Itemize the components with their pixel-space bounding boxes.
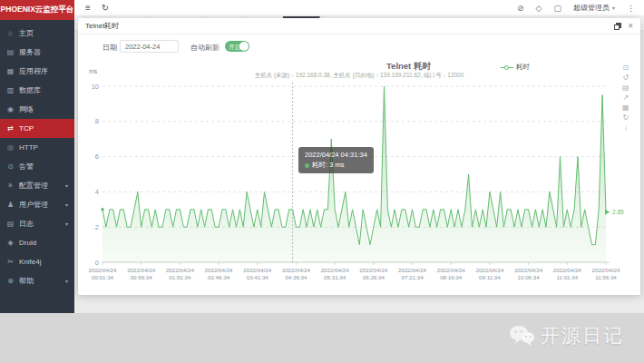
- sidebar-item-label: HTTP: [19, 143, 38, 152]
- sidebar-item-label: 帮助: [19, 276, 34, 286]
- chevron-down-icon: ▾: [65, 278, 68, 284]
- knife4j-icon: ✂: [6, 258, 15, 266]
- refresh-icon[interactable]: ↻: [102, 3, 109, 13]
- sidebar-item-label: 用户管理: [19, 200, 48, 210]
- sidebar-item-label: 主页: [19, 28, 34, 38]
- sidebar-item-network[interactable]: ◉网络: [0, 100, 74, 119]
- chart-toolbox: ⊡↺▤↗▦↻↓: [622, 64, 629, 132]
- sidebar-item-label: 告警: [19, 162, 34, 172]
- chevron-down-icon: ▾: [65, 201, 68, 208]
- svg-text:2022/04/2408:16:34: 2022/04/2408:16:34: [437, 267, 466, 280]
- line-chart-icon[interactable]: ↗: [622, 93, 629, 102]
- screen: PHOENIX云监控平台 ⌂主页▤服务器▦应用程序▥数据库◉网络⇄TCP◎HTT…: [0, 0, 644, 363]
- telnet-chart: ms Telnet 耗时 耗时 主机名 (来源)：192.168.0.38, 主…: [78, 60, 640, 292]
- svg-text:6: 6: [95, 152, 99, 161]
- chevron-down-icon: ▾: [65, 221, 68, 227]
- log-icon: ▤: [6, 220, 15, 228]
- date-label: 日期: [102, 43, 117, 53]
- close-icon[interactable]: ×: [628, 23, 633, 30]
- watermark-text: 开源日记: [541, 323, 624, 348]
- sidebar-item-alarm[interactable]: ⊙告警: [0, 157, 74, 176]
- svg-text:2.85: 2.85: [612, 209, 624, 215]
- sidebar-item-tcp[interactable]: ⇄TCP: [0, 119, 74, 138]
- sidebar-item-server[interactable]: ▤服务器: [0, 43, 74, 62]
- sidebar-menu: ⌂主页▤服务器▦应用程序▥数据库◉网络⇄TCP◎HTTP⊙告警✳配置管理▾♟用户…: [0, 20, 74, 290]
- application-icon: ▦: [6, 67, 15, 75]
- tcp-icon: ⇄: [6, 124, 15, 132]
- config-icon: ✳: [6, 182, 15, 190]
- svg-text:10: 10: [92, 83, 99, 91]
- auto-refresh-toggle[interactable]: 开启: [225, 41, 249, 52]
- zoom-box-icon[interactable]: ⊡: [622, 64, 629, 72]
- telnet-panel: Telnet耗时 × 日期 自动刷新 开启 ms Telnet 耗时: [78, 18, 640, 295]
- http-icon: ◎: [6, 143, 15, 152]
- data-view-icon[interactable]: ▤: [622, 83, 629, 92]
- network-icon: ◉: [6, 105, 15, 113]
- sidebar-item-label: 数据库: [19, 85, 41, 95]
- sidebar-item-label: 日志: [19, 219, 34, 229]
- sidebar-item-label: 网络: [19, 104, 34, 114]
- clear-cache-icon[interactable]: ⊘: [517, 4, 524, 13]
- restore-window-icon[interactable]: [614, 23, 621, 30]
- database-icon: ▥: [6, 86, 15, 94]
- svg-text:2022/04/2404:36:34: 2022/04/2404:36:34: [282, 267, 311, 280]
- more-vertical-icon[interactable]: ⋮: [627, 4, 635, 13]
- svg-text:2022/04/2402:46:34: 2022/04/2402:46:34: [205, 267, 234, 280]
- chart-tooltip: 2022/04/24 04:31:34 耗时: 3 ms: [298, 147, 374, 173]
- chevron-down-icon: ▾: [612, 5, 615, 11]
- filter-row: 日期 自动刷新 开启: [78, 34, 640, 60]
- top-header: ≡ ↻ ⊘ ◇ ▢ 超级管理员 ▾ ⋮: [74, 0, 644, 16]
- home-icon: ⌂: [6, 29, 15, 37]
- alarm-icon: ⊙: [6, 162, 15, 171]
- menu-toggle-icon[interactable]: ≡: [85, 3, 91, 13]
- svg-text:2022/04/2401:51:34: 2022/04/2401:51:34: [166, 267, 195, 280]
- sidebar-item-application[interactable]: ▦应用程序: [0, 62, 74, 81]
- svg-text:2022/04/2410:06:34: 2022/04/2410:06:34: [514, 267, 543, 280]
- chevron-down-icon: ▾: [65, 182, 68, 189]
- sidebar-item-label: TCP: [19, 124, 34, 132]
- bar-chart-icon[interactable]: ▦: [622, 103, 629, 112]
- panel-title: Telnet耗时: [85, 21, 119, 31]
- svg-text:0: 0: [95, 259, 99, 267]
- user-dropdown[interactable]: 超级管理员 ▾: [573, 3, 615, 13]
- server-icon: ▤: [6, 48, 15, 56]
- tag-icon[interactable]: ◇: [536, 4, 542, 13]
- sidebar-item-label: Knife4j: [19, 258, 41, 266]
- save-image-icon[interactable]: ↓: [622, 123, 629, 132]
- svg-text:2022/04/2407:21:34: 2022/04/2407:21:34: [398, 267, 427, 280]
- sidebar-item-http[interactable]: ◎HTTP: [0, 138, 74, 157]
- user-mgmt-icon: ♟: [6, 201, 15, 209]
- sidebar-item-knife4j[interactable]: ✂Knife4j: [0, 252, 74, 271]
- bottom-band: 开源日记: [0, 313, 644, 363]
- tooltip-time: 2022/04/24 04:31:34: [305, 151, 367, 159]
- sidebar-item-config[interactable]: ✳配置管理▾: [0, 176, 74, 195]
- date-input[interactable]: [120, 40, 179, 53]
- sidebar-item-label: 应用程序: [19, 66, 48, 76]
- sidebar-item-log[interactable]: ▤日志▾: [0, 214, 74, 233]
- zoom-reset-icon[interactable]: ↺: [622, 74, 629, 82]
- help-icon: ⊕: [6, 277, 15, 285]
- svg-text:2022/04/2400:01:34: 2022/04/2400:01:34: [89, 267, 118, 280]
- sidebar-item-label: 配置管理: [19, 181, 48, 191]
- svg-text:2022/04/2403:41:34: 2022/04/2403:41:34: [243, 267, 272, 280]
- fullscreen-icon[interactable]: ▢: [553, 4, 561, 13]
- sidebar-item-home[interactable]: ⌂主页: [0, 24, 74, 43]
- sidebar-item-user-mgmt[interactable]: ♟用户管理▾: [0, 195, 74, 214]
- watermark: 开源日记: [508, 323, 624, 348]
- sidebar-item-database[interactable]: ▥数据库: [0, 81, 74, 100]
- druid-icon: ◈: [6, 239, 15, 247]
- wechat-icon: [508, 324, 535, 348]
- svg-text:8: 8: [95, 117, 99, 125]
- tooltip-value: 耗时: 3 ms: [312, 161, 344, 170]
- sidebar-item-druid[interactable]: ◈Druid: [0, 233, 74, 252]
- panel-header: Telnet耗时 ×: [78, 18, 640, 34]
- telnet-chart-svg[interactable]: 02468102022/04/2400:01:342022/04/2400:56…: [78, 60, 640, 292]
- toggle-knob: [239, 42, 249, 51]
- svg-text:2022/04/2406:26:34: 2022/04/2406:26:34: [359, 267, 388, 280]
- main-area: ≡ ↻ ⊘ ◇ ▢ 超级管理员 ▾ ⋮ « ⌂ 服务器×应用程序×数据库×网络×…: [74, 0, 644, 313]
- user-name: 超级管理员: [573, 3, 610, 13]
- svg-text:2022/04/2409:11:34: 2022/04/2409:11:34: [475, 267, 504, 280]
- sidebar-item-help[interactable]: ⊕帮助▾: [0, 271, 74, 290]
- sidebar: PHOENIX云监控平台 ⌂主页▤服务器▦应用程序▥数据库◉网络⇄TCP◎HTT…: [0, 0, 74, 313]
- restore-icon[interactable]: ↻: [622, 113, 629, 122]
